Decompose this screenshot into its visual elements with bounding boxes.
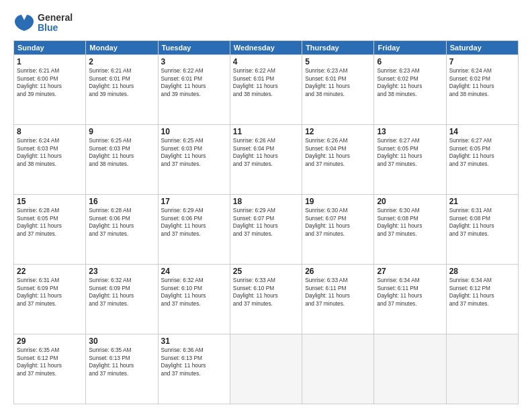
day-info: Sunrise: 6:21 AM Sunset: 6:01 PM Dayligh… xyxy=(89,67,154,98)
table-row: 24Sunrise: 6:32 AM Sunset: 6:10 PM Dayli… xyxy=(158,265,230,334)
col-sunday: Sunday xyxy=(14,41,86,55)
day-number: 9 xyxy=(89,127,154,136)
table-row: 17Sunrise: 6:29 AM Sunset: 6:06 PM Dayli… xyxy=(158,195,230,265)
col-saturday: Saturday xyxy=(446,41,518,55)
day-info: Sunrise: 6:32 AM Sunset: 6:09 PM Dayligh… xyxy=(89,277,154,308)
day-info: Sunrise: 6:22 AM Sunset: 6:01 PM Dayligh… xyxy=(233,67,299,98)
day-number: 29 xyxy=(17,336,83,346)
day-number: 26 xyxy=(305,267,371,276)
day-info: Sunrise: 6:26 AM Sunset: 6:04 PM Dayligh… xyxy=(233,137,299,168)
table-row: 18Sunrise: 6:29 AM Sunset: 6:07 PM Dayli… xyxy=(230,195,302,265)
table-row: 23Sunrise: 6:32 AM Sunset: 6:09 PM Dayli… xyxy=(86,265,158,334)
table-row: 11Sunrise: 6:26 AM Sunset: 6:04 PM Dayli… xyxy=(230,125,302,195)
day-number: 14 xyxy=(449,127,515,136)
logo-line2: Blue xyxy=(38,23,73,33)
table-row: 15Sunrise: 6:28 AM Sunset: 6:05 PM Dayli… xyxy=(14,195,86,265)
day-number: 12 xyxy=(305,127,371,136)
table-row xyxy=(374,334,446,404)
day-info: Sunrise: 6:34 AM Sunset: 6:11 PM Dayligh… xyxy=(377,277,443,308)
table-row xyxy=(446,334,518,404)
day-info: Sunrise: 6:29 AM Sunset: 6:07 PM Dayligh… xyxy=(233,207,299,238)
day-number: 4 xyxy=(233,57,299,66)
table-row: 2Sunrise: 6:21 AM Sunset: 6:01 PM Daylig… xyxy=(86,55,158,125)
calendar-table: Sunday Monday Tuesday Wednesday Thursday… xyxy=(13,40,519,404)
logo-bird-icon xyxy=(13,12,35,34)
table-row: 5Sunrise: 6:23 AM Sunset: 6:01 PM Daylig… xyxy=(302,55,374,125)
table-row: 16Sunrise: 6:28 AM Sunset: 6:06 PM Dayli… xyxy=(86,195,158,265)
day-info: Sunrise: 6:24 AM Sunset: 6:03 PM Dayligh… xyxy=(17,137,83,168)
table-row: 14Sunrise: 6:27 AM Sunset: 6:05 PM Dayli… xyxy=(446,125,518,195)
day-info: Sunrise: 6:31 AM Sunset: 6:08 PM Dayligh… xyxy=(449,207,515,238)
table-row: 6Sunrise: 6:23 AM Sunset: 6:02 PM Daylig… xyxy=(374,55,446,125)
day-info: Sunrise: 6:28 AM Sunset: 6:05 PM Dayligh… xyxy=(17,207,83,238)
table-row: 30Sunrise: 6:35 AM Sunset: 6:13 PM Dayli… xyxy=(86,334,158,404)
table-row: 7Sunrise: 6:24 AM Sunset: 6:02 PM Daylig… xyxy=(446,55,518,125)
day-number: 18 xyxy=(233,197,299,206)
table-row: 19Sunrise: 6:30 AM Sunset: 6:07 PM Dayli… xyxy=(302,195,374,265)
table-row: 4Sunrise: 6:22 AM Sunset: 6:01 PM Daylig… xyxy=(230,55,302,125)
day-info: Sunrise: 6:33 AM Sunset: 6:11 PM Dayligh… xyxy=(305,277,371,308)
day-number: 25 xyxy=(233,267,299,276)
table-row: 8Sunrise: 6:24 AM Sunset: 6:03 PM Daylig… xyxy=(14,125,86,195)
day-number: 10 xyxy=(161,127,227,136)
table-row xyxy=(230,334,302,404)
calendar-week-row: 29Sunrise: 6:35 AM Sunset: 6:12 PM Dayli… xyxy=(14,334,519,404)
day-info: Sunrise: 6:32 AM Sunset: 6:10 PM Dayligh… xyxy=(161,277,227,308)
header: General Blue xyxy=(13,12,519,34)
day-info: Sunrise: 6:35 AM Sunset: 6:13 PM Dayligh… xyxy=(89,347,154,377)
col-wednesday: Wednesday xyxy=(230,41,302,55)
day-number: 1 xyxy=(17,57,83,66)
table-row: 3Sunrise: 6:22 AM Sunset: 6:01 PM Daylig… xyxy=(158,55,230,125)
day-info: Sunrise: 6:30 AM Sunset: 6:08 PM Dayligh… xyxy=(377,207,443,238)
table-row xyxy=(302,334,374,404)
col-friday: Friday xyxy=(374,41,446,55)
logo-line1: General xyxy=(38,13,73,23)
day-info: Sunrise: 6:26 AM Sunset: 6:04 PM Dayligh… xyxy=(305,137,371,168)
day-number: 30 xyxy=(89,336,154,346)
table-row: 26Sunrise: 6:33 AM Sunset: 6:11 PM Dayli… xyxy=(302,265,374,334)
day-info: Sunrise: 6:27 AM Sunset: 6:05 PM Dayligh… xyxy=(377,137,443,168)
day-info: Sunrise: 6:23 AM Sunset: 6:02 PM Dayligh… xyxy=(377,67,443,98)
table-row: 28Sunrise: 6:34 AM Sunset: 6:12 PM Dayli… xyxy=(446,265,518,334)
day-number: 23 xyxy=(89,267,154,276)
day-number: 5 xyxy=(305,57,371,66)
col-thursday: Thursday xyxy=(302,41,374,55)
calendar-week-row: 8Sunrise: 6:24 AM Sunset: 6:03 PM Daylig… xyxy=(14,125,519,195)
calendar-week-row: 15Sunrise: 6:28 AM Sunset: 6:05 PM Dayli… xyxy=(14,195,519,265)
day-info: Sunrise: 6:24 AM Sunset: 6:02 PM Dayligh… xyxy=(449,67,515,98)
day-number: 16 xyxy=(89,197,154,206)
day-number: 21 xyxy=(449,197,515,206)
day-number: 24 xyxy=(161,267,227,276)
day-info: Sunrise: 6:25 AM Sunset: 6:03 PM Dayligh… xyxy=(161,137,227,168)
col-monday: Monday xyxy=(86,41,158,55)
table-row: 25Sunrise: 6:33 AM Sunset: 6:10 PM Dayli… xyxy=(230,265,302,334)
day-number: 22 xyxy=(17,267,83,276)
table-row: 12Sunrise: 6:26 AM Sunset: 6:04 PM Dayli… xyxy=(302,125,374,195)
table-row: 9Sunrise: 6:25 AM Sunset: 6:03 PM Daylig… xyxy=(86,125,158,195)
day-number: 13 xyxy=(377,127,443,136)
day-info: Sunrise: 6:27 AM Sunset: 6:05 PM Dayligh… xyxy=(449,137,515,168)
day-info: Sunrise: 6:33 AM Sunset: 6:10 PM Dayligh… xyxy=(233,277,299,308)
table-row: 29Sunrise: 6:35 AM Sunset: 6:12 PM Dayli… xyxy=(14,334,86,404)
day-info: Sunrise: 6:31 AM Sunset: 6:09 PM Dayligh… xyxy=(17,277,83,308)
calendar-page: General Blue Sunday Monday Tuesday Wedne… xyxy=(0,0,532,411)
day-info: Sunrise: 6:28 AM Sunset: 6:06 PM Dayligh… xyxy=(89,207,154,238)
day-number: 15 xyxy=(17,197,83,206)
calendar-week-row: 22Sunrise: 6:31 AM Sunset: 6:09 PM Dayli… xyxy=(14,265,519,334)
day-number: 31 xyxy=(161,336,227,346)
day-info: Sunrise: 6:29 AM Sunset: 6:06 PM Dayligh… xyxy=(161,207,227,238)
day-info: Sunrise: 6:22 AM Sunset: 6:01 PM Dayligh… xyxy=(161,67,227,98)
day-number: 2 xyxy=(89,57,154,66)
table-row: 21Sunrise: 6:31 AM Sunset: 6:08 PM Dayli… xyxy=(446,195,518,265)
day-number: 20 xyxy=(377,197,443,206)
day-info: Sunrise: 6:34 AM Sunset: 6:12 PM Dayligh… xyxy=(449,277,515,308)
col-tuesday: Tuesday xyxy=(158,41,230,55)
day-number: 19 xyxy=(305,197,371,206)
table-row: 27Sunrise: 6:34 AM Sunset: 6:11 PM Dayli… xyxy=(374,265,446,334)
day-number: 8 xyxy=(17,127,83,136)
day-info: Sunrise: 6:21 AM Sunset: 6:00 PM Dayligh… xyxy=(17,67,83,98)
logo: General Blue xyxy=(13,12,73,34)
calendar-header-row: Sunday Monday Tuesday Wednesday Thursday… xyxy=(14,41,519,55)
day-number: 6 xyxy=(377,57,443,66)
day-number: 27 xyxy=(377,267,443,276)
